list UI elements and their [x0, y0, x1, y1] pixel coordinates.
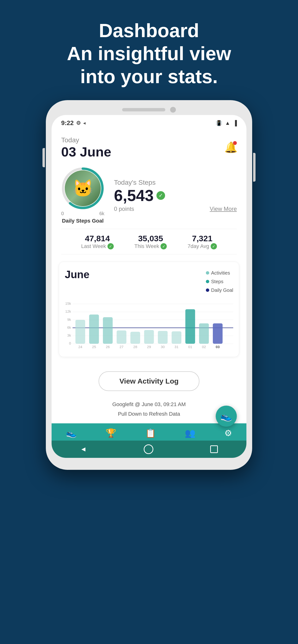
- this-week-label-row: This Week ✓: [134, 243, 167, 250]
- svg-rect-17: [103, 317, 113, 344]
- promo-title-line3: into your stats.: [80, 66, 218, 87]
- steps-nav-icon: 👟: [66, 428, 77, 438]
- this-week-stat: 35,035 This Week ✓: [134, 234, 167, 250]
- goal-start-label: 0: [61, 211, 64, 216]
- svg-text:24: 24: [78, 345, 82, 349]
- daily-goal-legend-dot: [206, 288, 209, 292]
- phone-notch: [52, 107, 246, 112]
- steps-legend-label: Steps: [211, 277, 223, 286]
- avg-value: 7,321: [188, 234, 217, 243]
- avg-stat: 7,321 7day Avg ✓: [188, 234, 217, 250]
- daily-goal-legend-label: Daily Goal: [211, 286, 233, 294]
- chart-svg: 15k 12k 9k 6k 3k 0: [65, 299, 233, 352]
- notification-badge: [233, 141, 237, 145]
- nav-item-log[interactable]: 📋: [145, 428, 156, 438]
- svg-rect-21: [158, 331, 168, 344]
- goal-end-label: 6k: [99, 211, 104, 216]
- svg-rect-16: [89, 314, 99, 344]
- svg-text:0: 0: [69, 342, 71, 345]
- gear-status-icon: ⚙: [76, 120, 81, 126]
- activity-log-section: View Activity Log: [52, 364, 246, 397]
- steps-info: Today's Steps 6,543 ✓ 0 points View More: [114, 179, 237, 212]
- today-label: Today: [61, 136, 111, 144]
- app-header: Today 03 June 🔔: [52, 129, 246, 164]
- svg-text:01: 01: [188, 345, 192, 349]
- fab-button[interactable]: 👟: [216, 406, 237, 427]
- avatar-labels: 0 6k: [61, 211, 104, 216]
- nav-item-social[interactable]: 👥: [185, 428, 196, 438]
- this-week-check-icon: ✓: [161, 243, 167, 250]
- nav-item-settings[interactable]: ⚙: [224, 428, 232, 438]
- points-row: 0 points View More: [114, 206, 237, 212]
- legend-steps: Steps: [206, 277, 233, 286]
- trophy-nav-icon: 🏆: [106, 428, 116, 438]
- activities-legend-label: Activities: [211, 268, 230, 277]
- svg-text:03: 03: [216, 345, 220, 349]
- home-button[interactable]: [144, 444, 153, 454]
- steps-section: 🐱 0 6k Daily Steps Goal Today's Steps 6,…: [52, 164, 246, 229]
- android-nav-bar: ◄: [52, 440, 246, 458]
- svg-rect-24: [199, 324, 209, 344]
- svg-rect-19: [130, 332, 140, 344]
- svg-text:30: 30: [161, 345, 165, 349]
- phone-pill: [122, 108, 165, 112]
- svg-rect-18: [117, 330, 126, 344]
- log-nav-icon: 📋: [145, 428, 156, 438]
- legend-activities: Activities: [206, 268, 233, 277]
- settings-nav-icon: ⚙: [224, 428, 232, 438]
- battery-icon: ▐: [233, 120, 237, 126]
- svg-text:12k: 12k: [65, 310, 71, 314]
- chart-legend: Activities Steps Daily Goal: [206, 268, 233, 294]
- status-right: 📳 ▲ ▐: [216, 120, 237, 126]
- svg-text:31: 31: [175, 345, 178, 349]
- this-week-label: This Week: [134, 243, 159, 250]
- avg-label-row: 7day Avg ✓: [188, 243, 217, 250]
- status-time: 9:22: [61, 119, 74, 127]
- svg-text:27: 27: [119, 345, 123, 349]
- avatar-section: 🐱 0 6k Daily Steps Goal: [61, 167, 104, 224]
- steps-value-row: 6,543 ✓: [114, 186, 237, 204]
- svg-text:28: 28: [133, 345, 137, 349]
- avatar-container: 🐱: [61, 167, 104, 210]
- view-more-link[interactable]: View More: [210, 206, 237, 212]
- view-activity-log-button[interactable]: View Activity Log: [99, 371, 199, 391]
- nav-item-achievements[interactable]: 🏆: [106, 428, 116, 438]
- chart-card: June Activities Steps Daily Goal: [59, 262, 239, 357]
- steps-label: Today's Steps: [114, 179, 237, 186]
- promo-section: Dashboard An insightful view into your s…: [57, 0, 241, 100]
- chart-header: June Activities Steps Daily Goal: [65, 268, 233, 294]
- svg-text:3k: 3k: [67, 334, 71, 337]
- back-button[interactable]: ◄: [80, 446, 87, 453]
- svg-text:02: 02: [202, 345, 206, 349]
- sync-line1: Googlefit @ June 03, 09:21 AM: [52, 400, 246, 409]
- svg-rect-22: [172, 331, 181, 344]
- last-week-value: 47,814: [81, 234, 114, 243]
- notification-button[interactable]: 🔔: [224, 141, 237, 154]
- promo-title-line1: Dashboard: [99, 20, 199, 41]
- carrier-icon: ◂: [83, 120, 85, 126]
- chart-area: 15k 12k 9k 6k 3k 0: [65, 299, 233, 352]
- svg-text:9k: 9k: [67, 318, 71, 322]
- last-week-label: Last Week: [81, 243, 106, 250]
- promo-title-line2: An insightful view: [67, 43, 231, 64]
- phone-screen: 9:22 ⚙ ◂ 📳 ▲ ▐ Today 03 June 🔔: [52, 115, 246, 458]
- svg-text:15k: 15k: [65, 302, 71, 306]
- svg-rect-20: [144, 330, 154, 344]
- avatar: 🐱: [65, 170, 101, 206]
- cat-image: 🐱: [65, 170, 101, 206]
- activities-legend-dot: [206, 271, 209, 274]
- vibrate-icon: 📳: [216, 120, 222, 126]
- date-value: 03 June: [61, 144, 111, 160]
- svg-text:25: 25: [92, 345, 96, 349]
- steps-value: 6,543: [114, 186, 154, 204]
- legend-daily-goal: Daily Goal: [206, 286, 233, 294]
- svg-text:6k: 6k: [67, 326, 71, 330]
- status-bar: 9:22 ⚙ ◂ 📳 ▲ ▐: [52, 115, 246, 129]
- last-week-check-icon: ✓: [107, 243, 114, 250]
- svg-rect-15: [75, 320, 85, 344]
- svg-rect-25: [213, 324, 223, 344]
- recents-button[interactable]: [210, 446, 218, 453]
- fab-icon: 👟: [220, 411, 232, 422]
- svg-text:29: 29: [147, 345, 151, 349]
- nav-item-steps[interactable]: 👟: [66, 428, 77, 438]
